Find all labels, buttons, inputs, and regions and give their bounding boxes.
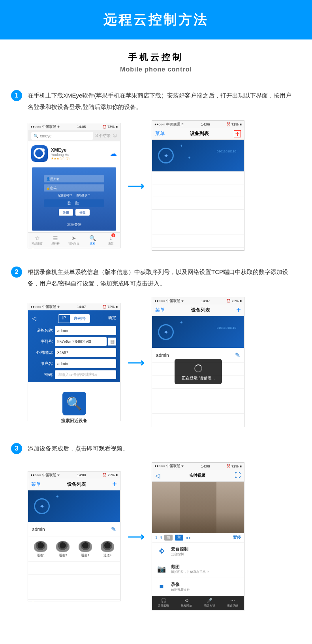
loading-toast: 正在登录, 请稍候... bbox=[175, 359, 222, 384]
input-user[interactable]: admin bbox=[55, 359, 116, 368]
back-button[interactable]: ◁ bbox=[155, 472, 160, 479]
app-name: XMEye bbox=[51, 147, 107, 153]
option-ptz[interactable]: ✥云台控制云台控制 bbox=[152, 543, 244, 560]
pause-button[interactable]: 暂停 bbox=[233, 535, 241, 540]
nav-title: 实时视频 bbox=[190, 473, 205, 478]
login-user: 👤 用户名 bbox=[44, 175, 104, 182]
phone-devicelist-empty: ●●○○○ 中国联通 ᯤ14:06⏰ 72% ■ 菜单 设备列表 + ✦✦010… bbox=[152, 120, 244, 251]
add-button[interactable]: + bbox=[112, 480, 117, 489]
label-port: 外网端口: bbox=[32, 350, 53, 355]
app-dev: Youlong Hu bbox=[51, 153, 107, 157]
spinner-icon bbox=[194, 364, 202, 372]
ptz-icon: ✥ bbox=[156, 546, 167, 557]
label-user: 用户名: bbox=[32, 361, 53, 366]
tab-updates[interactable]: ↓更新 bbox=[101, 233, 120, 248]
login-button: 登 陆 bbox=[44, 199, 104, 207]
device-row[interactable]: admin✎ bbox=[28, 522, 120, 537]
input-name[interactable]: admin bbox=[55, 326, 116, 335]
stream-main[interactable]: 主 bbox=[175, 535, 183, 541]
phone-live-video: ●●○○○ 中国联通 ᯤ14:08⏰ 72% ■ ◁ 实时视频 ⛶ 1 4 辅 … bbox=[152, 462, 244, 610]
video-preview[interactable] bbox=[152, 482, 244, 533]
header-graphic: ✦✦01011010110 bbox=[152, 140, 244, 171]
camera-icon bbox=[34, 541, 47, 552]
qr-icon[interactable]: ▦ bbox=[108, 338, 116, 345]
label-serial: 序列号: bbox=[32, 339, 53, 344]
search-input[interactable]: 🔍xmeye bbox=[31, 132, 93, 140]
seg-ip[interactable]: IP bbox=[58, 315, 70, 323]
subtitle-en: Mobile phone control bbox=[120, 65, 192, 74]
step-text: 添加设备完成后，点击即可观看视频。 bbox=[28, 443, 292, 454]
phone-logging-in: ●●○○○ 中国联通 ᯤ14:07⏰ 72% ■ 菜单 设备列表 + ✦0101… bbox=[152, 297, 244, 427]
search-nearby-button[interactable]: 🔍 搜索附近设备 bbox=[60, 392, 88, 424]
channel-1[interactable]: 通道1 bbox=[34, 541, 47, 558]
subtitle-cn: 手机云控制 bbox=[0, 51, 312, 63]
label-name: 设备名称: bbox=[32, 328, 53, 333]
step-text: 在手机上下载XMEye软件(苹果手机在苹果商店下载）安装好客户端之后，打开出现以… bbox=[28, 90, 292, 113]
arrow-icon: ⟶ bbox=[128, 355, 145, 369]
input-pwd[interactable]: 请输入设备的登陆密码 bbox=[55, 370, 116, 379]
edit-icon[interactable]: ✎ bbox=[111, 526, 116, 533]
tab-audio[interactable]: 🎧音频监听 bbox=[152, 596, 175, 610]
footer-tabs: 🎧音频监听 ⟲远程回放 🎤语音对讲 ⋯更多功能 bbox=[152, 596, 244, 610]
device-name: admin bbox=[32, 527, 45, 532]
tab-near[interactable]: ➤我的附近 bbox=[65, 233, 83, 248]
stream-aux[interactable]: 辅 bbox=[164, 535, 173, 541]
step-2: 2 根据录像机主菜单系统信息（版本信息）中获取序列号，以及网络设置TCP端口中获… bbox=[28, 267, 292, 427]
channel-3[interactable]: 通道3 bbox=[79, 541, 92, 558]
grid-1[interactable]: 1 bbox=[155, 535, 158, 540]
clear-icon[interactable]: ⓧ bbox=[113, 133, 117, 139]
login-pwd: 🔒 密码 bbox=[44, 184, 104, 192]
add-button[interactable]: + bbox=[236, 306, 241, 315]
edit-icon[interactable]: ✎ bbox=[235, 351, 240, 359]
step-badge: 2 bbox=[11, 267, 22, 278]
magnify-icon: 🔍 bbox=[62, 392, 86, 415]
step-badge: 1 bbox=[11, 90, 22, 101]
tab-charts[interactable]: ☰排行榜 bbox=[47, 233, 65, 248]
appstore-tabs: ☆精品推荐 ☰排行榜 ➤我的附近 🔍搜索 ↓更新 bbox=[28, 232, 120, 248]
subtitle: 手机云控制 Mobile phone control bbox=[0, 51, 312, 74]
tab-talk[interactable]: 🎤语音对讲 bbox=[198, 596, 221, 610]
nav-title: 设备列表 bbox=[67, 481, 86, 488]
menu-button[interactable]: 菜单 bbox=[155, 307, 165, 314]
step-3: 3 添加设备完成后，点击即可观看视频。 ●●○○○ 中国联通 ᯤ14:08⏰ 7… bbox=[28, 443, 292, 610]
grid-4[interactable]: 4 bbox=[160, 535, 162, 540]
search-icon: 🔍 bbox=[34, 134, 38, 138]
camera-icon bbox=[56, 541, 70, 552]
seg-serial[interactable]: 序列号 bbox=[70, 315, 90, 323]
download-icon[interactable]: ☁ bbox=[110, 149, 117, 158]
menu-button[interactable]: 菜单 bbox=[31, 481, 41, 488]
nav-arrows[interactable]: ◂ ▸ bbox=[186, 535, 191, 540]
page-banner: 远程云控制方法 bbox=[0, 0, 312, 39]
segment-control[interactable]: IP 序列号 bbox=[58, 314, 90, 323]
option-record[interactable]: ■录像录制视频文件 bbox=[152, 578, 244, 596]
back-button[interactable]: ◁ bbox=[32, 315, 36, 321]
menu-button[interactable]: 菜单 bbox=[155, 130, 165, 137]
results-count: 3 个结果 bbox=[96, 133, 111, 139]
option-snapshot[interactable]: 📷截图抓拍图片，并储存在手机中 bbox=[152, 560, 244, 578]
tab-playback[interactable]: ⟲远程回放 bbox=[175, 596, 198, 610]
phone-add-device: ●●○○○ 中国联通 ᯤ14:07⏰ 72% ■ ◁ IP 序列号 确定 设备名… bbox=[28, 303, 120, 421]
input-port[interactable]: 34567 bbox=[55, 348, 116, 357]
camera-icon: 📷 bbox=[156, 563, 167, 575]
step-badge: 3 bbox=[11, 443, 22, 454]
input-serial[interactable]: 957e8ac2649f2b80 bbox=[55, 337, 107, 346]
channel-4[interactable]: 通道4 bbox=[101, 541, 114, 558]
camera-icon bbox=[101, 541, 114, 552]
phone-channels: ●●○○○ 中国联通 ᯤ14:08⏰ 72% ■ 菜单 设备列表 + ✦ adm… bbox=[28, 471, 120, 601]
channel-list: 通道1 通道2 通道3 通道4 bbox=[28, 537, 120, 561]
fullscreen-icon[interactable]: ⛶ bbox=[235, 472, 241, 479]
label-pwd: 密码: bbox=[32, 372, 53, 377]
phone-appstore: ●●○○○ 中国联通 ᯤ 14:05 ⏰ 73% ■ 🔍xmeye 3 个结果 … bbox=[28, 123, 120, 248]
add-button[interactable]: + bbox=[234, 130, 241, 137]
tab-featured[interactable]: ☆精品推荐 bbox=[28, 233, 47, 248]
nav-title: 设备列表 bbox=[190, 130, 209, 137]
app-screenshot: 👤 用户名 🔒 密码 记住密码 ☐自动登录 ☐ 登 陆 注册修改 本地登陆 bbox=[32, 167, 116, 231]
app-result[interactable]: XMEye Youlong Hu ★★★☆☆ (6) ☁ bbox=[28, 141, 120, 166]
channel-2[interactable]: 通道2 bbox=[56, 541, 70, 558]
tab-search[interactable]: 🔍搜索 bbox=[83, 233, 102, 248]
app-icon bbox=[31, 145, 48, 162]
tab-more[interactable]: ⋯更多功能 bbox=[221, 596, 244, 610]
status-bar: ●●○○○ 中国联通 ᯤ 14:05 ⏰ 73% ■ bbox=[28, 123, 120, 130]
search-header: 🔍xmeye 3 个结果 ⓧ bbox=[28, 130, 120, 141]
confirm-button[interactable]: 确定 bbox=[108, 315, 116, 321]
